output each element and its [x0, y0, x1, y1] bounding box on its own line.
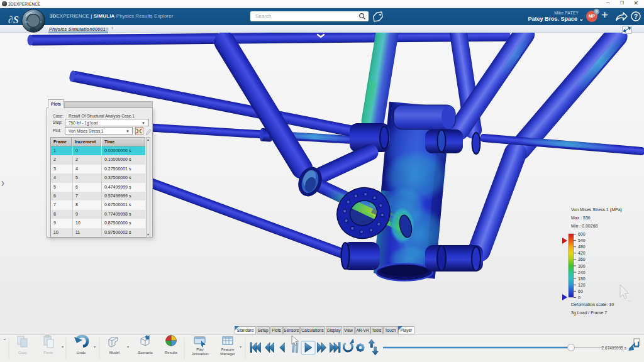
svg-text:▾: ▾	[240, 345, 242, 349]
svg-text:⌄: ⌄	[3, 336, 7, 341]
svg-text:60: 60	[578, 289, 583, 293]
svg-text:▾: ▾	[62, 345, 64, 349]
svg-text:∂S: ∂S	[8, 14, 19, 25]
svg-text:Animation: Animation	[192, 352, 209, 356]
svg-text:▾: ▾	[127, 345, 129, 349]
svg-text:300: 300	[578, 264, 586, 268]
svg-text:Feature: Feature	[221, 348, 235, 351]
svg-text:Play: Play	[196, 348, 204, 351]
svg-text:Results: Results	[165, 351, 177, 354]
svg-text:Scenario: Scenario	[138, 351, 153, 354]
svg-text:3D: 3D	[25, 20, 28, 23]
svg-text:600: 600	[578, 232, 586, 236]
svg-text:540: 540	[578, 238, 586, 243]
svg-text:120: 120	[578, 283, 586, 287]
svg-text:2.67499995 s: 2.67499995 s	[602, 346, 627, 350]
svg-text:Paste: Paste	[43, 351, 53, 354]
svg-text:Model: Model	[109, 351, 119, 354]
svg-text:180: 180	[578, 277, 586, 281]
svg-text:420: 420	[578, 251, 586, 255]
svg-text:360: 360	[578, 257, 586, 261]
svg-text:0: 0	[578, 295, 580, 300]
svg-text:Manager: Manager	[220, 352, 235, 356]
svg-text:480: 480	[578, 244, 586, 249]
svg-text:240: 240	[578, 270, 586, 275]
svg-text:▾: ▾	[94, 345, 96, 349]
svg-text:?: ?	[634, 13, 638, 20]
svg-text:Undo: Undo	[77, 351, 86, 354]
svg-text:Copy: Copy	[18, 351, 27, 354]
